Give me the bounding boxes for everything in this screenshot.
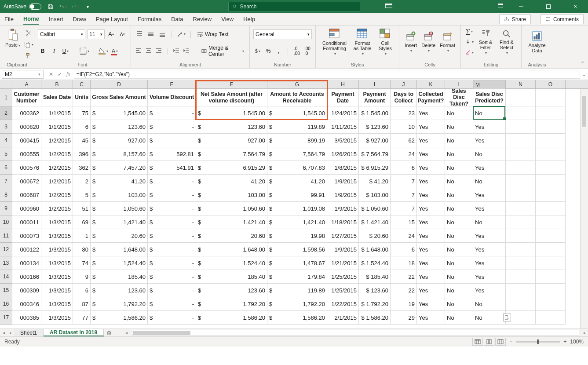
cell[interactable]: $ 185.40: [359, 270, 391, 284]
cell[interactable]: [506, 89, 536, 106]
cell[interactable]: $103.00: [91, 188, 148, 202]
cell[interactable]: 1/25/2015: [327, 270, 359, 284]
cell[interactable]: $-: [148, 284, 196, 297]
cell[interactable]: Yes: [473, 284, 506, 297]
column-header-A[interactable]: A: [12, 80, 41, 88]
cell[interactable]: $1,586.20: [196, 311, 267, 325]
cell[interactable]: 87: [73, 297, 91, 311]
cell[interactable]: Yes: [417, 161, 445, 175]
cell[interactable]: $541.91: [148, 161, 196, 175]
cell[interactable]: 19: [391, 297, 417, 311]
cell[interactable]: $123.60: [196, 120, 267, 134]
undo-icon[interactable]: [59, 3, 67, 11]
expand-formula-bar-icon[interactable]: ⌄: [580, 71, 588, 77]
cell[interactable]: Yes: [417, 270, 445, 284]
cell[interactable]: No: [473, 175, 506, 188]
cell[interactable]: Yes: [417, 188, 445, 202]
cell[interactable]: 29: [391, 311, 417, 325]
cell[interactable]: $-: [148, 188, 196, 202]
row-header[interactable]: 4: [0, 134, 12, 147]
cell[interactable]: $1,545.00: [196, 106, 267, 120]
tab-view[interactable]: View: [221, 14, 234, 24]
sheet-nav-next-icon[interactable]: ▸: [7, 330, 14, 335]
tab-draw[interactable]: Draw: [73, 14, 86, 24]
cell[interactable]: $ 1,524.40: [359, 256, 391, 270]
cell[interactable]: $-: [148, 229, 196, 243]
qat-customize-icon[interactable]: ▾: [84, 3, 91, 11]
ribbon-display-icon[interactable]: [385, 3, 393, 11]
cell[interactable]: [506, 188, 536, 202]
cell[interactable]: $20.60: [91, 229, 148, 243]
row-header[interactable]: 1: [0, 89, 12, 106]
autosave-toggle[interactable]: AutoSave: [4, 4, 41, 10]
comma-format-icon[interactable]: ,: [274, 46, 283, 56]
row-header[interactable]: 17: [0, 311, 12, 325]
sheet-tab-ar-dataset[interactable]: AR Dataset in 2019: [44, 329, 104, 336]
row-header[interactable]: 3: [0, 120, 12, 134]
cell[interactable]: 1/9/2015: [327, 202, 359, 215]
cell[interactable]: 1/8/2015: [327, 161, 359, 175]
cell[interactable]: 1/2/2015: [41, 161, 73, 175]
cell[interactable]: $899.19: [267, 134, 327, 147]
select-all-corner[interactable]: [0, 80, 12, 88]
cell[interactable]: 5: [73, 188, 91, 202]
cell[interactable]: $99.91: [267, 188, 327, 202]
cell[interactable]: $20.60: [196, 229, 267, 243]
cell[interactable]: No: [445, 284, 473, 297]
column-header-L[interactable]: L: [445, 80, 473, 88]
cell[interactable]: [506, 202, 536, 215]
format-cells-button[interactable]: Format: [438, 30, 457, 54]
cell[interactable]: 1/3/2015: [41, 311, 73, 325]
cell[interactable]: No: [445, 175, 473, 188]
cell[interactable]: No: [473, 215, 506, 229]
cell[interactable]: $1,586.20: [91, 311, 148, 325]
percent-format-icon[interactable]: %: [264, 46, 273, 56]
conditional-formatting-button[interactable]: Conditional Formatting: [319, 27, 350, 57]
column-header-N[interactable]: N: [506, 80, 536, 88]
cell[interactable]: $103.00: [196, 188, 267, 202]
column-header-B[interactable]: B: [41, 80, 73, 88]
cell[interactable]: 1/25/2015: [327, 284, 359, 297]
cell[interactable]: [536, 256, 566, 270]
cell[interactable]: $6,915.29: [196, 161, 267, 175]
row-header[interactable]: 13: [0, 256, 12, 270]
font-name-select[interactable]: Calibri▾: [38, 29, 85, 39]
cell[interactable]: 1/2/2015: [41, 188, 73, 202]
cell[interactable]: Sales Disc Taken?: [445, 89, 473, 106]
decrease-font-icon[interactable]: A▾: [117, 29, 127, 39]
cell[interactable]: 396: [73, 147, 91, 161]
column-header-K[interactable]: K: [417, 80, 445, 88]
fill-icon[interactable]: [464, 37, 474, 47]
cell[interactable]: [536, 311, 566, 325]
cell[interactable]: $123.60: [91, 120, 148, 134]
fx-icon[interactable]: fx: [66, 71, 70, 77]
sort-filter-button[interactable]: Sort & Filter: [476, 28, 495, 56]
save-icon[interactable]: [47, 3, 55, 11]
cell[interactable]: [536, 202, 566, 215]
cell[interactable]: $-: [148, 175, 196, 188]
cell[interactable]: [536, 161, 566, 175]
cell[interactable]: [506, 147, 536, 161]
cell[interactable]: Yes: [473, 202, 506, 215]
cell[interactable]: Payment Amount: [359, 89, 391, 106]
cell[interactable]: Yes: [473, 161, 506, 175]
cell[interactable]: [506, 161, 536, 175]
cell[interactable]: $123.60: [91, 284, 148, 297]
cell[interactable]: 1/9/2015: [327, 243, 359, 256]
cell[interactable]: $1,792.20: [196, 297, 267, 311]
cell[interactable]: $-: [148, 297, 196, 311]
vertical-scrollbar[interactable]: [580, 89, 588, 328]
cell[interactable]: Yes: [417, 175, 445, 188]
collapse-ribbon-icon[interactable]: ⌃: [581, 61, 584, 66]
cell[interactable]: 1/3/2015: [41, 284, 73, 297]
cell[interactable]: $ 123.60: [359, 284, 391, 297]
cell[interactable]: [506, 229, 536, 243]
align-middle-icon[interactable]: [146, 29, 156, 39]
cell[interactable]: $-: [148, 106, 196, 120]
align-center-icon[interactable]: [145, 46, 153, 56]
cell[interactable]: 77: [73, 311, 91, 325]
cell[interactable]: 1: [73, 229, 91, 243]
cell[interactable]: 1/18/2015: [327, 215, 359, 229]
paste-options-icon[interactable]: [503, 314, 511, 321]
cell[interactable]: No: [445, 297, 473, 311]
